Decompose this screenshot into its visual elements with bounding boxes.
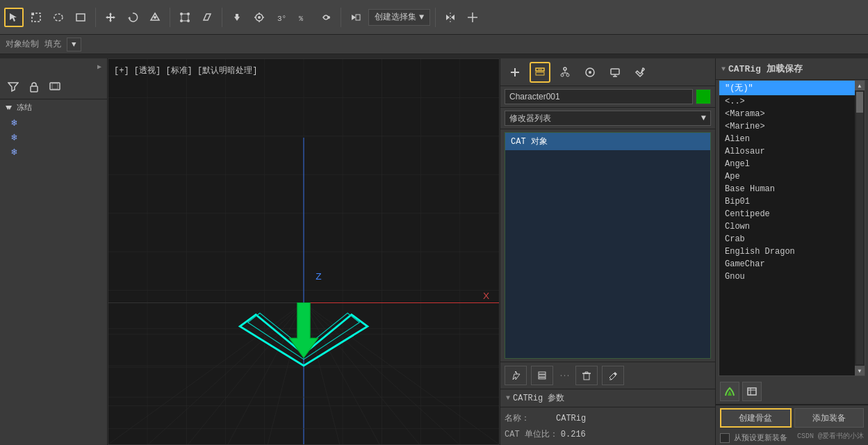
update-checkbox[interactable]: [720, 433, 730, 443]
create-selection-dropdown[interactable]: 创建选择集 ▼: [368, 9, 430, 26]
viewport[interactable]: [+] [透视] [标准] [默认明暗处理] 前 南: [108, 58, 500, 445]
hierarchy-btn[interactable]: [555, 62, 575, 83]
region-select-tool[interactable]: [26, 8, 46, 27]
section-arrow: ▼: [506, 394, 510, 402]
sep5: [435, 8, 436, 27]
list-item[interactable]: Allosaur: [719, 145, 865, 158]
rotate-tool[interactable]: [123, 8, 142, 27]
freeze-item-2[interactable]: ❄: [6, 130, 101, 145]
object-name-input[interactable]: [505, 89, 693, 104]
left-panel-header: ▶: [0, 58, 107, 75]
create-pelvis-btn[interactable]: 创建骨盆: [720, 408, 792, 428]
list-item[interactable]: Crab: [719, 233, 865, 245]
param-scale-value: 0.216: [561, 430, 586, 439]
list-item[interactable]: GameChar: [719, 258, 865, 270]
svg-point-1: [54, 14, 63, 21]
svg-point-71: [561, 74, 564, 76]
svg-rect-87: [748, 388, 756, 395]
list-scroll[interactable]: "(无)"<..><Marama><Marine>AlienAllosaurAn…: [719, 81, 865, 375]
list-item[interactable]: Alien: [719, 133, 865, 145]
list-item[interactable]: Gnou: [719, 270, 865, 283]
far-right-title: CATRig 加载保存: [728, 63, 803, 75]
scale-tool[interactable]: [145, 8, 165, 27]
lock-icon[interactable]: [25, 78, 43, 96]
stack-btn[interactable]: [531, 366, 553, 385]
filter-icon[interactable]: [4, 78, 22, 96]
angle-snap-tool[interactable]: 3°: [272, 8, 291, 27]
scroll-up-btn[interactable]: ▲: [855, 81, 865, 90]
list-item[interactable]: <..>: [719, 95, 865, 108]
right-panel: 修改器列表 ▼ CAT 对象 ··· ▼: [500, 58, 715, 445]
display-icon[interactable]: [46, 78, 64, 96]
collapse-arrow[interactable]: ▶: [95, 62, 104, 72]
param-name-row: 名称： CATRig: [505, 410, 711, 426]
params-section: 名称： CATRig CAT 单位比： 0.216: [500, 407, 715, 445]
fill-dropdown[interactable]: ▼: [67, 38, 81, 51]
param-name-value: CATRig: [556, 414, 586, 423]
scroll-down-btn[interactable]: ▼: [855, 366, 865, 375]
svg-point-68: [564, 67, 566, 70]
second-toolbar: 对象绘制 填充 ▼: [0, 35, 868, 54]
cat-object-item[interactable]: CAT 对象: [505, 133, 710, 150]
svg-point-8: [187, 19, 190, 22]
lasso-tool[interactable]: [49, 8, 68, 27]
snap-tool[interactable]: [249, 8, 269, 27]
list-item[interactable]: Centipede: [719, 208, 865, 220]
cat-icon2[interactable]: [742, 382, 762, 401]
svg-text:Z: Z: [316, 271, 321, 282]
svg-rect-83: [539, 378, 546, 379]
svg-rect-23: [50, 83, 60, 90]
freeze-item-1[interactable]: ❄: [6, 115, 101, 130]
add-rig-btn[interactable]: 添加装备: [794, 408, 865, 428]
modifier-panel-btn[interactable]: [530, 62, 550, 83]
list-item[interactable]: Angel: [719, 158, 865, 170]
move-tool[interactable]: [101, 8, 120, 27]
far-right-icons: [716, 379, 868, 405]
list-item[interactable]: Clown: [719, 220, 865, 233]
free-transform-tool[interactable]: [175, 8, 195, 27]
svg-rect-82: [539, 375, 546, 377]
plus-icon-btn[interactable]: [505, 62, 525, 83]
svg-rect-2: [76, 14, 85, 21]
spinner-snap-tool[interactable]: [316, 8, 336, 27]
left-panel-icons: [0, 75, 107, 99]
percent-snap-tool[interactable]: %: [294, 8, 313, 27]
object-color-box[interactable]: [696, 89, 711, 104]
list-item[interactable]: Ape: [719, 170, 865, 183]
edit-btn[interactable]: [602, 366, 624, 385]
list-item[interactable]: Base Human: [719, 183, 865, 195]
trash-btn[interactable]: [575, 366, 598, 385]
cat-icon1[interactable]: [720, 382, 739, 401]
right-top-icons: [500, 58, 715, 86]
dots-btn[interactable]: ···: [557, 366, 571, 385]
svg-text:X: X: [483, 291, 489, 301]
snowflake-icon-2: ❄: [11, 131, 17, 143]
mirror-tool[interactable]: [441, 8, 460, 27]
rect-select-tool[interactable]: [71, 8, 90, 27]
shear-tool[interactable]: [197, 8, 217, 27]
motion-btn[interactable]: [580, 62, 600, 83]
list-item[interactable]: English Dragon: [719, 245, 865, 258]
svg-point-7: [180, 19, 183, 22]
scrollbar-thumb[interactable]: [856, 92, 863, 113]
pin-btn[interactable]: [505, 366, 527, 385]
select-tool[interactable]: [4, 8, 24, 27]
edit-named-selections[interactable]: [346, 8, 366, 27]
list-item[interactable]: "(无)": [719, 81, 865, 95]
array-tool[interactable]: [463, 8, 482, 27]
list-item[interactable]: <Marama>: [719, 108, 865, 120]
utilities-btn[interactable]: [630, 62, 650, 83]
update-checkbox-label: 从预设更新装备: [734, 432, 787, 443]
svg-rect-81: [539, 372, 546, 374]
list-item[interactable]: <Marine>: [719, 120, 865, 133]
modifier-list-dropdown[interactable]: 修改器列表 ▼: [505, 111, 711, 126]
draw-label: 对象绘制: [6, 38, 39, 50]
top-toolbar: 3° % 创建选择集 ▼: [0, 0, 868, 35]
list-item[interactable]: Bip01: [719, 195, 865, 208]
svg-rect-4: [181, 14, 188, 21]
display-btn[interactable]: [605, 62, 625, 83]
freeze-item-3[interactable]: ❄: [6, 145, 101, 159]
viewport-grid-svg: Z X: [108, 59, 499, 444]
sep4: [341, 8, 341, 27]
weld-tool[interactable]: [227, 8, 247, 27]
